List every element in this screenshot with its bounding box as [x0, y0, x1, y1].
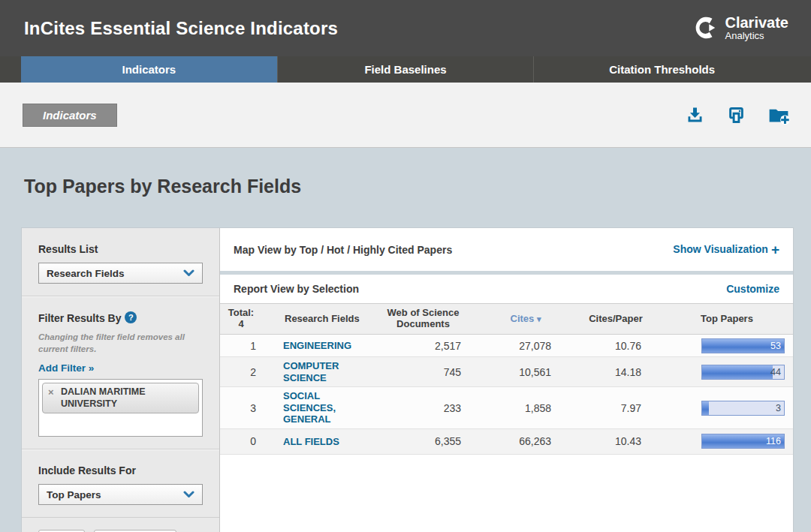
cites-value: 27,078 [481, 340, 571, 352]
breadcrumb-indicators-button[interactable]: Indicators [23, 104, 117, 127]
app-title: InCites Essential Science Indicators [24, 18, 338, 39]
toolbar: Indicators [0, 83, 811, 148]
results-list-select[interactable]: Research Fields [38, 263, 203, 284]
tab-citation-thresholds[interactable]: Citation Thresholds [534, 56, 790, 83]
brand-name: Clarivate [725, 15, 789, 31]
include-results-section: Include Results For Top Papers [22, 449, 219, 518]
column-header-cites-per-paper[interactable]: Cites/Paper [571, 314, 661, 325]
field-link-all-fields[interactable]: ALL FIELDS [283, 433, 366, 451]
download-icon[interactable] [685, 105, 705, 125]
wos-documents-value: 233 [366, 402, 481, 414]
filter-section: Filter Results By? Changing the filter f… [22, 296, 219, 449]
map-view-header: Map View by Top / Hot / Highly Cited Pap… [220, 228, 793, 271]
filter-results-label: Filter Results By? [38, 311, 203, 324]
results-list-section: Results List Research Fields [22, 228, 219, 296]
include-results-label: Include Results For [38, 464, 203, 476]
remove-filter-icon[interactable]: × [48, 386, 54, 398]
sidebar: Results List Research Fields Filter Resu… [22, 228, 220, 532]
results-list-label: Results List [38, 243, 203, 255]
cites-per-paper-value: 10.76 [571, 340, 661, 352]
cites-per-paper-value: 10.43 [571, 435, 661, 447]
row-rank: 0 [220, 435, 262, 447]
clarivate-logo: Clarivate Analytics [693, 15, 789, 41]
plus-icon: + [771, 242, 779, 257]
filter-chip[interactable]: × DALIAN MARITIME UNIVERSITY [42, 383, 199, 413]
top-papers-bar: 44 [701, 365, 785, 380]
column-header-top-papers[interactable]: Top Papers [661, 314, 793, 325]
chevron-down-icon [183, 491, 194, 498]
top-papers-bar: 116 [701, 434, 785, 449]
folder-add-icon[interactable] [767, 105, 790, 125]
table-row: 0 ALL FIELDS 6,355 66,263 10.43 116 [220, 429, 793, 455]
total-count-header: Total: 4 [220, 308, 262, 330]
map-view-title: Map View by Top / Hot / Highly Cited Pap… [234, 244, 452, 256]
top-papers-bar-fill [702, 365, 773, 379]
filter-chip-label: DALIAN MARITIME UNIVERSITY [61, 386, 146, 409]
help-icon[interactable]: ? [125, 311, 137, 323]
tab-indicators[interactable]: Indicators [21, 56, 278, 83]
column-header-research-fields[interactable]: Research Fields [283, 314, 366, 325]
cites-value: 10,561 [481, 366, 571, 378]
sort-descending-icon: ▾ [537, 314, 541, 323]
table-row: 3 SOCIAL SCIENCES, GENERAL 233 1,858 7.9… [220, 387, 793, 429]
show-visualization-link[interactable]: Show Visualization+ [673, 242, 779, 258]
wos-documents-value: 745 [366, 366, 481, 378]
results-list-value: Research Fields [47, 268, 125, 279]
report-view-header: Report View by Selection Customize [220, 275, 793, 303]
page-title: Top Papers by Research Fields [0, 149, 811, 197]
tab-bar: Indicators Field Baselines Citation Thre… [0, 56, 811, 83]
filter-results-label-text: Filter Results By [38, 312, 121, 324]
top-papers-value: 116 [766, 436, 781, 446]
add-filter-link[interactable]: Add Filter » [38, 362, 94, 374]
field-link-social-sciences-general[interactable]: SOCIAL SCIENCES, GENERAL [283, 387, 366, 428]
top-papers-bar: 53 [701, 338, 785, 353]
show-visualization-label: Show Visualization [673, 243, 768, 255]
print-icon[interactable] [726, 105, 746, 125]
sidebar-actions: Clear Save Criteria [22, 518, 219, 532]
table-header: Total: 4 Research Fields Web of Science … [220, 303, 793, 335]
column-header-wos-documents[interactable]: Web of Science Documents [366, 308, 481, 330]
cites-per-paper-value: 14.18 [571, 366, 661, 378]
clarivate-mark-icon [693, 15, 719, 41]
total-label: Total: [220, 308, 262, 319]
row-rank: 1 [220, 340, 262, 352]
top-papers-bar: 3 [701, 401, 785, 416]
brand-sub: Analytics [725, 31, 789, 41]
cites-value: 1,858 [481, 402, 571, 414]
app-header: InCites Essential Science Indicators Cla… [0, 0, 811, 56]
total-value: 4 [220, 319, 262, 330]
filter-note: Changing the filter field removes all cu… [38, 332, 203, 355]
row-rank: 3 [220, 402, 262, 414]
field-link-computer-science[interactable]: COMPUTER SCIENCE [283, 357, 366, 386]
top-papers-bar-fill [702, 401, 709, 415]
filter-box: × DALIAN MARITIME UNIVERSITY [38, 379, 203, 437]
report-view-title: Report View by Selection [234, 283, 359, 295]
tab-field-baselines[interactable]: Field Baselines [278, 56, 535, 83]
top-papers-value: 53 [770, 341, 781, 351]
page-body: Top Papers by Research Fields Results Li… [0, 149, 811, 532]
cites-value: 66,263 [481, 435, 571, 447]
cites-per-paper-value: 7.97 [571, 402, 661, 414]
top-papers-value: 44 [770, 367, 781, 377]
include-results-select[interactable]: Top Papers [38, 484, 203, 505]
field-link-engineering[interactable]: ENGINEERING [283, 337, 366, 355]
top-papers-value: 3 [776, 403, 781, 413]
wos-documents-value: 2,517 [366, 340, 481, 352]
row-rank: 2 [220, 366, 262, 378]
table-row: 1 ENGINEERING 2,517 27,078 10.76 53 [220, 335, 793, 357]
column-header-cites-sorted[interactable]: Cites ▾ [481, 314, 571, 325]
chevron-down-icon [183, 269, 194, 277]
wos-documents-value: 6,355 [366, 435, 481, 447]
customize-link[interactable]: Customize [726, 283, 779, 295]
table-row: 2 COMPUTER SCIENCE 745 10,561 14.18 44 [220, 357, 793, 387]
include-results-value: Top Papers [47, 489, 101, 500]
cites-header-label: Cites [511, 313, 535, 324]
main-panel: Map View by Top / Hot / Highly Cited Pap… [220, 228, 793, 532]
